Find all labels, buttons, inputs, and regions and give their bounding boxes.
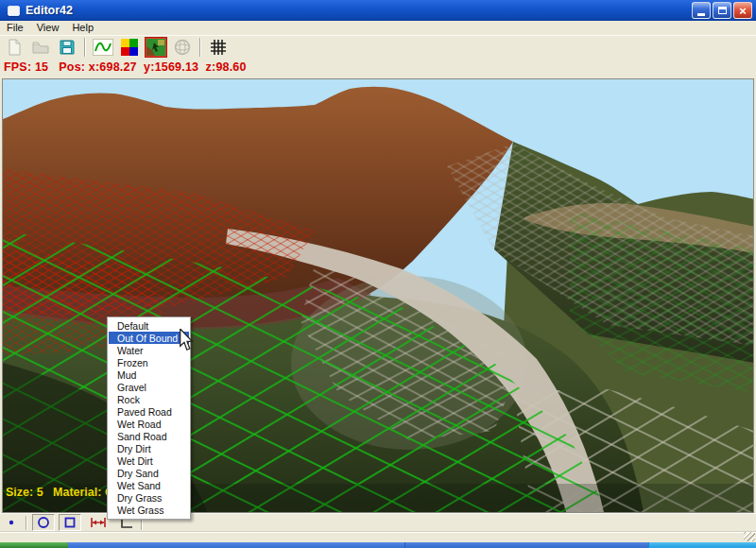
- open-button[interactable]: [29, 37, 52, 58]
- menu-item-wet-grass[interactable]: Wet Grass: [109, 505, 189, 517]
- menu-item-rock[interactable]: Rock: [109, 393, 189, 405]
- menu-item-water[interactable]: Water: [109, 344, 189, 356]
- taskbar-segment[interactable]: [404, 542, 648, 548]
- status-row: FPS: 15 Pos: x:698.27 y:1569.13 z:98.60: [0, 58, 756, 78]
- wire-sphere-icon: [173, 38, 192, 57]
- range-button[interactable]: [89, 515, 108, 530]
- menu-item-paved-road[interactable]: Paved Road: [109, 405, 189, 418]
- app-icon: [8, 6, 20, 16]
- start-button[interactable]: [0, 542, 68, 548]
- menu-item-out-of-bound[interactable]: Out Of Bound: [109, 332, 189, 344]
- main-toolbar: [0, 35, 756, 58]
- terrain-material-icon: [146, 39, 165, 56]
- save-button[interactable]: [56, 37, 78, 58]
- texture-button[interactable]: [118, 37, 141, 58]
- new-button[interactable]: [3, 37, 26, 58]
- minimize-icon: [697, 13, 705, 16]
- square-icon: [63, 516, 77, 529]
- circle-icon: [37, 516, 50, 529]
- heightmap-button[interactable]: [92, 37, 114, 58]
- menu-item-wet-dirt[interactable]: Wet Dirt: [109, 455, 189, 468]
- taskbar[interactable]: [0, 542, 756, 548]
- grid-icon: [209, 38, 228, 57]
- menu-bar: File View Help: [0, 21, 756, 35]
- dot-icon: [7, 518, 16, 527]
- toolbar-separator: [84, 38, 86, 57]
- menu-item-dry-dirt[interactable]: Dry Dirt: [109, 443, 189, 455]
- maximize-icon: [718, 7, 727, 14]
- brush-toolbar-separator: [26, 516, 27, 530]
- toolbar-separator: [199, 38, 201, 57]
- double-arrow-icon: [90, 517, 107, 528]
- maximize-button[interactable]: [713, 2, 731, 19]
- color-squares-icon: [120, 38, 139, 57]
- close-button[interactable]: ×: [733, 2, 752, 19]
- grid-button[interactable]: [207, 37, 230, 58]
- menu-file[interactable]: File: [0, 21, 30, 35]
- menu-item-wet-road[interactable]: Wet Road: [109, 419, 189, 431]
- status-bar: [0, 531, 756, 542]
- taskbar-segment[interactable]: [68, 542, 404, 548]
- material-context-menu: Default Out Of Bound Water Frozen Mud Gr…: [107, 317, 191, 520]
- taskbar-active-segment[interactable]: [648, 542, 756, 548]
- mesh-button[interactable]: [171, 37, 194, 58]
- green-curve-icon: [93, 38, 113, 57]
- menu-item-gravel[interactable]: Gravel: [109, 381, 189, 393]
- resize-grip[interactable]: [744, 532, 755, 541]
- menu-item-wet-sand[interactable]: Wet Sand: [109, 480, 189, 492]
- menu-view[interactable]: View: [30, 21, 66, 35]
- window-title: Editor42: [26, 4, 73, 17]
- menu-item-sand-road[interactable]: Sand Road: [109, 431, 189, 443]
- circle-brush-button[interactable]: [32, 514, 55, 531]
- open-folder-icon: [31, 38, 50, 57]
- menu-help[interactable]: Help: [65, 21, 100, 35]
- menu-item-dry-sand[interactable]: Dry Sand: [109, 468, 189, 480]
- editor42-window: Editor42 × File View Help: [0, 0, 756, 548]
- menu-item-mud[interactable]: Mud: [109, 368, 189, 381]
- title-bar[interactable]: Editor42 ×: [0, 0, 756, 21]
- material-button[interactable]: [145, 37, 167, 58]
- save-floppy-icon: [58, 38, 77, 57]
- fps-position-readout: FPS: 15 Pos: x:698.27 y:1569.13 z:98.60: [4, 60, 247, 74]
- menu-item-default[interactable]: Default: [109, 319, 189, 332]
- menu-item-dry-grass[interactable]: Dry Grass: [109, 492, 189, 505]
- point-brush-button[interactable]: [2, 515, 21, 530]
- minimize-button[interactable]: [692, 2, 711, 19]
- window-controls: ×: [692, 2, 752, 19]
- menu-item-frozen[interactable]: Frozen: [109, 356, 189, 368]
- new-document-icon: [5, 38, 24, 57]
- close-icon: ×: [739, 5, 747, 17]
- square-brush-button[interactable]: [59, 514, 81, 531]
